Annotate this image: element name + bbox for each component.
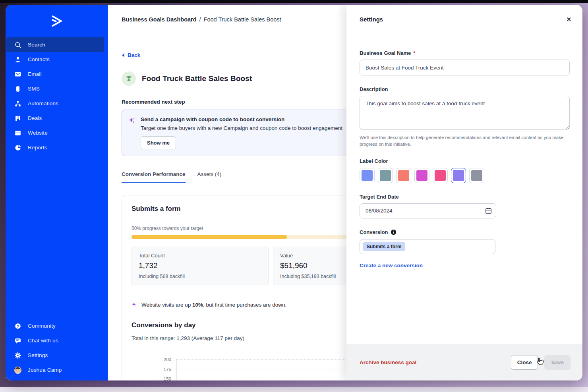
goal-name-input[interactable]: [360, 60, 570, 75]
progress-bar-fill: [132, 235, 287, 239]
sidebar-footer-nav: ? Community Chat with us Settings: [6, 319, 108, 377]
goal-trophy-badge: [122, 71, 136, 86]
stat-label: Total Count: [139, 253, 261, 259]
stat-card-total-count: Total Count 1,732 Including 568 backfill: [132, 247, 269, 285]
sidebar-item-label: Automations: [28, 100, 58, 106]
app-logo[interactable]: [6, 5, 108, 37]
show-me-button[interactable]: Show me: [141, 136, 176, 149]
page-title: Food Truck Battle Sales Boost: [142, 74, 252, 83]
stat-note: Including 568 backfill: [139, 274, 261, 279]
reports-pie-icon: [14, 144, 22, 152]
sidebar-item-label: Email: [28, 71, 42, 77]
tab-assets[interactable]: Assets (4): [197, 171, 222, 183]
label-color-label: Label Color: [360, 158, 570, 164]
chat-bubble-icon: [14, 337, 22, 345]
sidebar-item-label: Contacts: [28, 56, 50, 62]
color-swatch-3[interactable]: [414, 168, 429, 183]
contacts-icon: [14, 56, 22, 64]
sidebar-item-chat[interactable]: Chat with us: [6, 333, 104, 348]
color-swatch-6[interactable]: [469, 168, 484, 183]
help-circle-icon: ?: [14, 322, 22, 330]
sidebar-item-sms[interactable]: SMS: [6, 81, 104, 96]
info-icon[interactable]: [391, 229, 397, 235]
chart-y-axis: [176, 359, 176, 380]
settings-panel-title: Settings: [360, 16, 383, 23]
archive-business-goal-link[interactable]: Archive business goal: [360, 359, 416, 365]
sidebar-item-settings[interactable]: Settings: [6, 348, 104, 363]
recommendation-description: Target one time buyers with a new Campai…: [141, 125, 342, 131]
search-icon: [14, 41, 22, 49]
desktop-background-strip: [0, 387, 588, 392]
color-swatch-1[interactable]: [378, 168, 393, 183]
calendar-icon[interactable]: [485, 207, 492, 216]
sidebar-item-label: Deals: [28, 115, 42, 121]
settings-panel-footer: Archive business goal Close Save: [346, 344, 582, 380]
sidebar-item-account[interactable]: Joshua Camp: [6, 363, 104, 377]
automations-icon: [14, 100, 22, 108]
save-button[interactable]: Save: [544, 355, 571, 370]
sidebar-item-contacts[interactable]: Contacts: [6, 52, 104, 67]
description-textarea[interactable]: This goal aims to boost sales at a food …: [360, 96, 570, 130]
trophy-icon: [125, 75, 133, 83]
sidebar-item-community[interactable]: ? Community: [6, 319, 104, 333]
color-swatch-4[interactable]: [433, 168, 448, 183]
email-icon: [14, 70, 22, 78]
label-color-swatches: [360, 168, 570, 183]
sidebar-item-label: Reports: [28, 145, 47, 151]
recommendation-title: Send a campaign with coupon code to boos…: [141, 116, 342, 122]
settings-panel: Settings ✕ Business Goal Name* Descripti…: [346, 5, 582, 380]
conversion-chip[interactable]: Submits a form: [363, 242, 405, 251]
activecampaign-logo-icon: [49, 15, 64, 27]
y-tick: 175: [132, 367, 176, 372]
gear-icon: [14, 351, 22, 359]
color-swatch-5[interactable]: [451, 168, 466, 183]
ai-sparkle-icon: [128, 116, 135, 149]
description-helper-text: We'll use this description to help gener…: [360, 134, 570, 148]
sidebar-item-label: Search: [28, 42, 45, 48]
y-tick: 200: [132, 357, 176, 362]
sidebar-item-label: Chat with us: [28, 338, 58, 344]
stat-value: 1,732: [139, 261, 261, 270]
sidebar: Search Contacts Email SMS: [6, 5, 108, 380]
svg-text:?: ?: [17, 324, 19, 328]
back-arrow-icon: [122, 53, 125, 57]
goal-name-label: Business Goal Name*: [360, 50, 570, 56]
create-new-conversion-link[interactable]: Create a new conversion: [360, 263, 423, 268]
color-swatch-0[interactable]: [360, 168, 375, 183]
sidebar-nav: Search Contacts Email SMS: [6, 37, 108, 155]
target-end-date-input[interactable]: [360, 203, 496, 218]
description-label: Description: [360, 86, 570, 92]
website-icon: [14, 129, 22, 137]
conversion-label: Conversion: [360, 229, 570, 235]
tab-conversion-performance[interactable]: Conversion Performance: [122, 171, 186, 183]
sidebar-item-label: Joshua Camp: [28, 367, 62, 373]
sidebar-item-deals[interactable]: Deals: [6, 111, 104, 126]
breadcrumb-root[interactable]: Business Goals Dashboard: [122, 16, 197, 23]
color-swatch-2[interactable]: [396, 168, 411, 183]
back-label: Back: [128, 52, 140, 58]
user-avatar: [14, 366, 22, 374]
sidebar-item-label: SMS: [28, 86, 40, 92]
ai-sparkle-icon: [132, 302, 137, 308]
sidebar-item-automations[interactable]: Automations: [6, 96, 104, 111]
back-link[interactable]: Back: [122, 52, 149, 58]
y-tick: 150: [132, 377, 176, 380]
deals-icon: [14, 114, 22, 122]
close-button[interactable]: Close: [511, 355, 538, 370]
sidebar-item-search[interactable]: Search: [6, 37, 104, 52]
sidebar-item-label: Settings: [28, 352, 48, 358]
breadcrumb-separator: /: [199, 16, 201, 23]
sidebar-item-reports[interactable]: Reports: [6, 140, 104, 155]
app-window: Search Contacts Email SMS: [6, 5, 582, 380]
conversion-input[interactable]: Submits a form: [360, 239, 495, 254]
sidebar-item-website[interactable]: Website: [6, 126, 104, 140]
sms-phone-icon: [14, 85, 22, 93]
breadcrumb-current: Food Truck Battle Sales Boost: [204, 16, 281, 23]
close-icon[interactable]: ✕: [566, 16, 571, 23]
sidebar-item-label: Website: [28, 130, 48, 136]
sidebar-item-label: Community: [28, 323, 56, 329]
target-end-date-label: Target End Date: [360, 194, 570, 200]
sidebar-item-email[interactable]: Email: [6, 67, 104, 81]
